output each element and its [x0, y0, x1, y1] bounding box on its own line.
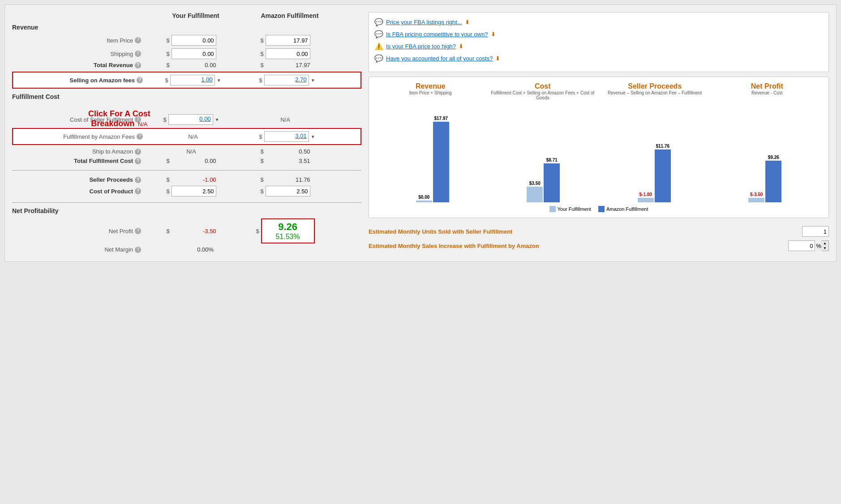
- chart-header-profit: Net Profit Revenue - Cost: [711, 82, 824, 100]
- total-fulfillment-row: Total Fulfillment Cost ? $ 0.00 $ 3.51: [12, 156, 361, 166]
- ship-to-amazon-amazon-value: 0.50: [266, 148, 310, 155]
- spinner-up[interactable]: ▲: [821, 241, 828, 246]
- shipping-row: Shipping ? $ $: [12, 47, 361, 60]
- selling-fees-amazon-link[interactable]: 2.70: [264, 75, 309, 85]
- selling-fees-row: Selling on Amazon fees ? $ 1.00 ▼ $ 2.70…: [14, 73, 360, 87]
- shipping-your-input[interactable]: [172, 48, 216, 59]
- ship-to-amazon-row: Ship to Amazon ? N/A $ 0.50: [12, 147, 361, 156]
- bar-revenue-your-label: $0.00: [418, 195, 429, 200]
- total-fulfillment-help-icon[interactable]: ?: [135, 158, 141, 164]
- chart-headers: Revenue Item Price + Shipping Cost Fulfi…: [374, 82, 823, 100]
- tip-link-4[interactable]: Have you accounted for all of your costs…: [386, 55, 493, 62]
- monthly-units-label: Estimated Monthly Units Sold with Seller…: [369, 228, 797, 235]
- total-fulfillment-your-value: 0.00: [172, 158, 216, 164]
- bar-proceeds-amazon: $11.76: [655, 144, 671, 202]
- monthly-units-row: Estimated Monthly Units Sold with Seller…: [369, 226, 829, 237]
- tip-item-3: ⚠️ Is your FBA price too high? ⬇: [374, 42, 823, 51]
- total-revenue-amazon-value: 17.97: [266, 62, 310, 68]
- main-container: Your Fulfillment Amazon Fulfillment Reve…: [4, 4, 837, 262]
- net-profit-help-icon[interactable]: ?: [135, 228, 141, 234]
- fba-fees-amazon-link[interactable]: 3.01: [264, 131, 309, 142]
- sales-increase-row: Estimated Monthly Sales Increase with Fu…: [369, 240, 829, 251]
- net-profit-highlighted-box: 9.26 51.53%: [261, 218, 315, 243]
- fba-fees-help-icon[interactable]: ?: [137, 133, 143, 140]
- total-fulfillment-amazon-value: 3.51: [266, 158, 310, 164]
- divider-1: [12, 170, 361, 171]
- seller-fulfillment-dropdown[interactable]: ▼: [215, 117, 219, 122]
- shipping-help-icon[interactable]: ?: [135, 51, 141, 57]
- tip-icon-4: 💬: [374, 54, 383, 63]
- selling-fees-your-dropdown[interactable]: ▼: [217, 78, 221, 83]
- cost-of-product-your-input[interactable]: [172, 186, 216, 196]
- legend-amazon-swatch: [598, 206, 605, 212]
- net-profitability-label: Net Profitability: [12, 207, 361, 214]
- fba-fees-amazon-dropdown[interactable]: ▼: [311, 134, 315, 139]
- seller-proceeds-help-icon[interactable]: ?: [135, 177, 141, 183]
- chart-header-cost: Cost Fulfillment Cost + Selling on Amazo…: [487, 82, 599, 100]
- bar-profit-your-bar: [748, 198, 764, 202]
- bar-proceeds-your-bar: [638, 198, 654, 202]
- fulfillment-section-label: Fulfillment Cost: [12, 93, 361, 100]
- seller-proceeds-your-value: -1.00: [172, 176, 216, 183]
- chart-group-revenue: $0.00 $17.97: [378, 116, 487, 202]
- cost-of-product-amazon-input[interactable]: [266, 186, 310, 196]
- net-profit-amazon-cell: $ 9.26 51.53%: [236, 218, 335, 243]
- shipping-amazon-input[interactable]: [266, 48, 310, 59]
- net-profit-label: Net Profit ?: [12, 228, 146, 235]
- seller-fulfillment-help-icon[interactable]: ?: [135, 116, 141, 123]
- tip-link-3[interactable]: Is your FBA price too high?: [386, 43, 456, 50]
- tip-link-1[interactable]: Price your FBA listings right...: [386, 19, 462, 26]
- item-price-row: Item Price ? $ $: [12, 34, 361, 47]
- item-price-amazon-input[interactable]: [266, 35, 310, 46]
- chart-header-revenue: Revenue Item Price + Shipping: [374, 82, 487, 100]
- spinner-arrows: ▲ ▼: [821, 240, 829, 251]
- selling-fees-your-cell: $ 1.00 ▼: [148, 75, 238, 85]
- sales-increase-input[interactable]: [788, 240, 815, 251]
- net-margin-help-icon[interactable]: ?: [135, 247, 141, 253]
- seller-fulfillment-amazon-cell: N/A: [236, 116, 335, 123]
- tip-icon-2: 💬: [374, 30, 383, 38]
- bar-revenue-your-bar: [416, 201, 432, 202]
- selling-fees-amazon-cell: $ 2.70 ▼: [238, 75, 336, 85]
- shipping-your-cell: $: [146, 48, 236, 59]
- selling-fees-amazon-dropdown[interactable]: ▼: [311, 78, 315, 83]
- item-price-label: Item Price ?: [12, 37, 146, 44]
- seller-fulfillment-your-link[interactable]: 0.00: [168, 114, 213, 125]
- bar-profit-your-label: $-3.50: [750, 192, 763, 197]
- cost-of-product-help-icon[interactable]: ?: [135, 188, 141, 194]
- bar-proceeds-amazon-bar: [655, 149, 671, 202]
- fba-fees-label: Fulfillment by Amazon Fees ?: [14, 133, 148, 140]
- legend-your-label: Your Fulfillment: [558, 206, 591, 212]
- bar-revenue-amazon: $17.97: [433, 116, 449, 202]
- total-revenue-your-cell: $ 0.00: [146, 62, 236, 68]
- bar-cost-amazon-bar: [544, 163, 560, 202]
- ship-to-amazon-label: Ship to Amazon ?: [12, 148, 146, 155]
- selling-fees-help-icon[interactable]: ?: [137, 77, 143, 83]
- monthly-units-input[interactable]: [802, 226, 829, 237]
- ship-to-amazon-help-icon[interactable]: ?: [135, 149, 141, 155]
- legend-your-swatch: [549, 206, 556, 212]
- total-revenue-help-icon[interactable]: ?: [135, 62, 141, 68]
- tip-item-2: 💬 Is FBA pricing competitive to your own…: [374, 30, 823, 38]
- item-price-amazon-cell: $: [236, 35, 335, 46]
- net-margin-row: Net Margin ? 0.00%: [12, 245, 361, 254]
- left-panel: Your Fulfillment Amazon Fulfillment Reve…: [12, 12, 361, 254]
- chart-header-proceeds: Seller Proceeds Revenue – Selling on Ama…: [599, 82, 711, 100]
- net-profit-your-cell: $ -3.50: [146, 228, 236, 235]
- seller-fulfillment-label: Cost of Seller Fulfillment ?: [12, 116, 146, 123]
- total-fulfillment-your-cell: $ 0.00: [146, 158, 236, 164]
- bar-profit-amazon-label: $9.26: [768, 155, 779, 160]
- tip-item-4: 💬 Have you accounted for all of your cos…: [374, 54, 823, 63]
- tip-link-2[interactable]: Is FBA pricing competitive to your own?: [386, 31, 488, 38]
- selling-fees-your-link[interactable]: 1.00: [170, 75, 215, 85]
- item-price-your-input[interactable]: [172, 35, 216, 46]
- fba-fees-your-na: N/A: [188, 133, 198, 140]
- cost-of-product-amazon-cell: $: [236, 186, 335, 196]
- bar-cost-your: $3.50: [527, 181, 543, 202]
- item-price-help-icon[interactable]: ?: [135, 37, 141, 43]
- tip-arrow-2: ⬇: [491, 31, 496, 38]
- total-revenue-label: Total Revenue ?: [12, 62, 146, 68]
- fba-fees-row: Fulfillment by Amazon Fees ? N/A $ 3.01 …: [14, 130, 360, 143]
- ship-to-amazon-your-na: N/A: [186, 148, 196, 155]
- spinner-down[interactable]: ▼: [821, 246, 828, 251]
